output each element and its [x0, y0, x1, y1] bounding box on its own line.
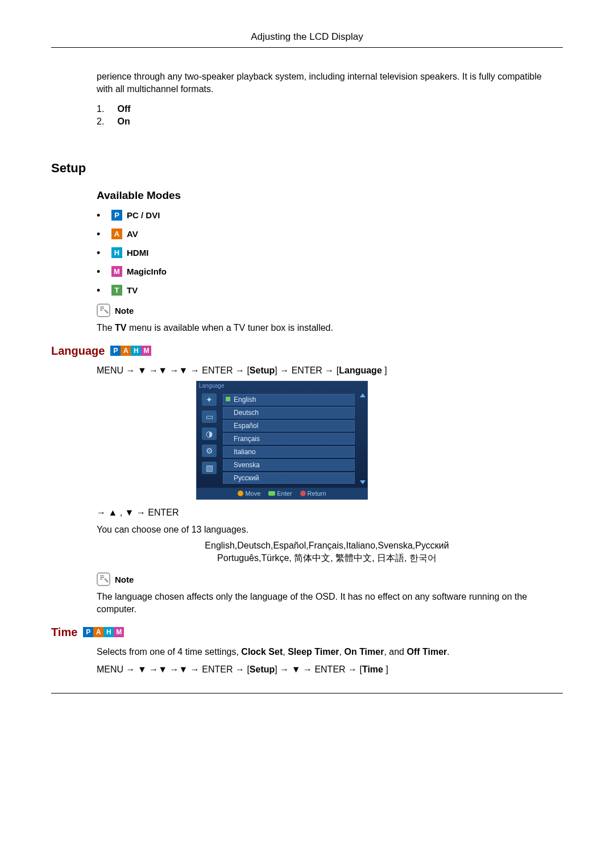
mode-label: HDMI [127, 248, 148, 258]
bullet-icon: • [97, 267, 102, 277]
language-note-text: The language chosen affects only the lan… [97, 591, 557, 615]
a-icon: A [111, 229, 122, 239]
osd-side-icon: ▭ [202, 410, 217, 423]
note-label: Note [115, 306, 134, 315]
svg-rect-1 [97, 573, 110, 585]
osd-footer: Move Enter Return [197, 488, 367, 499]
intro-options-list: 1. Off 2. On [97, 104, 557, 127]
bullet-icon: • [97, 229, 102, 239]
language-badges: P A H M [110, 346, 151, 356]
svg-rect-0 [97, 304, 110, 317]
note-icon [97, 304, 110, 317]
h-icon: H [111, 247, 122, 258]
p-icon: P [83, 627, 93, 637]
note-icon [97, 572, 110, 586]
a-icon: A [121, 346, 131, 356]
t-icon: T [111, 285, 122, 296]
option-label: On [117, 117, 130, 126]
mode-label: MagicInfo [127, 267, 167, 276]
bullet-icon: • [97, 248, 102, 258]
language-list-line2: Português,Türkçe, 简体中文, 繁體中文, 日本語, 한국어 [97, 552, 557, 564]
language-nav-1: MENU → ▼ →▼ →▼ → ENTER → [Setup] → ENTER… [97, 364, 557, 377]
language-list: English,Deutsch,Español,Français,Italian… [97, 539, 557, 565]
footer-divider [51, 693, 563, 693]
osd-side-icon: ✦ [202, 393, 217, 406]
osd-side-icon: ▧ [202, 462, 217, 474]
mode-hdmi: • H HDMI [97, 247, 557, 258]
mode-label: PC / DVI [127, 210, 160, 220]
option-number: 1. [97, 104, 115, 114]
header-title: Adjusting the LCD Display [251, 31, 363, 42]
option-number: 2. [97, 117, 115, 127]
osd-scrollbar[interactable] [358, 390, 367, 488]
intro-paragraph: perience through any two-speaker playbac… [97, 70, 557, 95]
time-badges: P A H M [83, 627, 124, 637]
language-list-line1: English,Deutsch,Español,Français,Italian… [97, 539, 557, 552]
time-nav: MENU → ▼ →▼ →▼ → ENTER → [Setup] → ▼ → E… [97, 663, 557, 676]
language-heading-text: Language [51, 344, 105, 358]
osd-sidebar: ✦ ▭ ◑ ⚙ ▧ [197, 390, 222, 488]
osd-language-list: English Deutsch Español Français Italian… [222, 390, 358, 488]
osd-body: ✦ ▭ ◑ ⚙ ▧ English Deutsch Español França… [197, 390, 367, 488]
osd-language-menu: Language ✦ ▭ ◑ ⚙ ▧ English Deutsch Españ… [196, 381, 368, 500]
note-row: Note [97, 572, 557, 586]
m-icon: M [141, 346, 151, 356]
osd-item-italiano[interactable]: Italiano [223, 446, 355, 458]
available-modes-heading: Available Modes [97, 189, 557, 202]
mode-pc-dvi: • P PC / DVI [97, 210, 557, 221]
available-modes-list: • P PC / DVI • A AV • H HDMI • M MagicIn… [97, 210, 557, 296]
bullet-icon: • [97, 210, 102, 221]
m-icon: M [111, 266, 122, 277]
osd-side-icon: ◑ [202, 427, 217, 440]
mode-magicinfo: • M MagicInfo [97, 266, 557, 277]
option-off: 1. Off [97, 104, 557, 114]
p-icon: P [111, 210, 122, 221]
mode-av: • A AV [97, 229, 557, 239]
note-post: menu is available when a TV tuner box is… [126, 323, 333, 333]
osd-item-english[interactable]: English [223, 394, 355, 405]
scroll-down-icon[interactable] [360, 480, 366, 484]
osd-footer-return: Return [300, 490, 326, 497]
osd-item-espanol[interactable]: Español [223, 420, 355, 431]
time-heading-text: Time [51, 626, 77, 639]
osd-item-francais[interactable]: Français [223, 433, 355, 445]
language-heading: Language P A H M [51, 344, 563, 358]
note-bold: TV [115, 323, 126, 333]
content-area: perience through any two-speaker playbac… [97, 70, 557, 127]
m-icon: M [114, 627, 124, 637]
language-nav-2: → ▲ , ▼ → ENTER [97, 506, 557, 519]
a-icon: A [93, 627, 103, 637]
note-label: Note [115, 575, 134, 584]
osd-side-icon: ⚙ [202, 445, 217, 457]
h-icon: H [103, 627, 114, 637]
page-header: Adjusting the LCD Display [51, 31, 563, 48]
note-row: Note [97, 304, 557, 317]
bullet-icon: • [97, 285, 102, 296]
osd-item-svenska[interactable]: Svenska [223, 459, 355, 471]
p-icon: P [110, 346, 121, 356]
osd-footer-enter: Enter [268, 490, 292, 497]
scroll-up-icon[interactable] [360, 393, 366, 397]
mode-label: TV [127, 285, 138, 295]
setup-note-text: The TV menu is available when a TV tuner… [97, 322, 557, 334]
option-on: 2. On [97, 117, 557, 127]
mode-label: AV [127, 229, 138, 239]
option-label: Off [117, 104, 130, 114]
osd-title: Language [197, 381, 367, 390]
time-heading: Time P A H M [51, 626, 563, 639]
osd-footer-move: Move [238, 490, 260, 497]
mode-tv: • T TV [97, 285, 557, 296]
language-desc: You can choose one of 13 languages. [97, 524, 557, 536]
note-pre: The [97, 323, 115, 333]
h-icon: H [131, 346, 141, 356]
osd-item-russian[interactable]: Русский [223, 472, 355, 484]
time-desc: Selects from one of 4 time settings, Clo… [97, 646, 557, 658]
osd-item-deutsch[interactable]: Deutsch [223, 407, 355, 418]
setup-heading: Setup [51, 161, 563, 176]
